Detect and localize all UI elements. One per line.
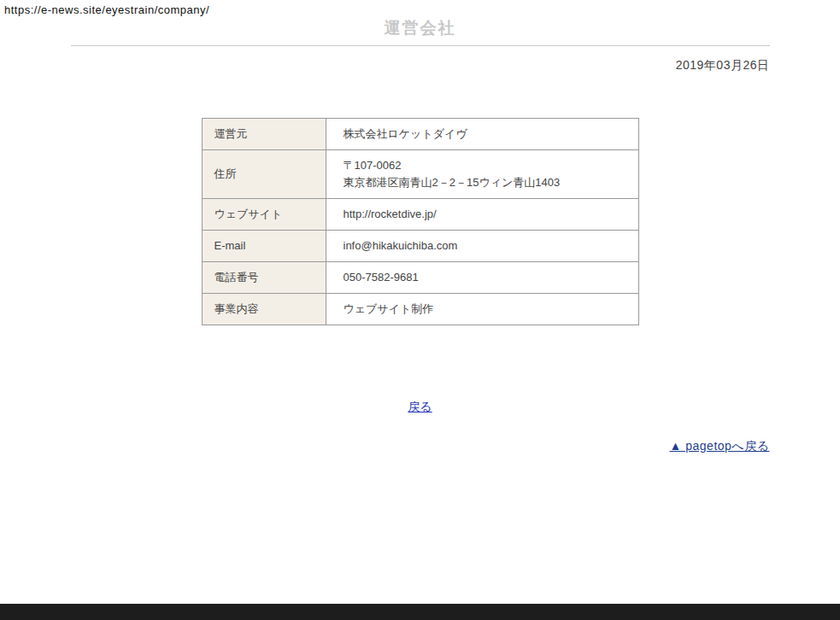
table-row-phone: 電話番号 050-7582-9681: [202, 262, 638, 294]
title-divider: [71, 45, 770, 46]
table-row-operator: 運営元 株式会社ロケットダイヴ: [202, 119, 638, 150]
page-url-label: https://e-news.site/eyestrain/company/: [4, 3, 209, 16]
table-row-address: 住所 〒107-0062 東京都港区南青山2－2－15ウィン青山1403: [202, 150, 638, 199]
row-value-business: ウェブサイト制作: [326, 294, 638, 325]
row-value-website: http://rocketdive.jp/: [326, 199, 638, 231]
company-info-table: 運営元 株式会社ロケットダイヴ 住所 〒107-0062 東京都港区南青山2－2…: [202, 118, 639, 325]
page-title: 運営会社: [71, 18, 770, 38]
row-value-operator: 株式会社ロケットダイヴ: [326, 119, 638, 150]
row-label-address: 住所: [202, 150, 326, 199]
pagetop-link[interactable]: ▲ pagetopへ戻る: [669, 439, 769, 453]
table-row-website: ウェブサイト http://rocketdive.jp/: [202, 199, 638, 231]
row-label-operator: 運営元: [202, 119, 326, 150]
table-row-business: 事業内容 ウェブサイト制作: [202, 294, 638, 325]
table-row-email: E-mail info@hikakuichiba.com: [202, 231, 638, 262]
row-value-email: info@hikakuichiba.com: [326, 231, 638, 262]
row-label-business: 事業内容: [202, 294, 326, 325]
row-label-phone: 電話番号: [202, 262, 326, 294]
back-link[interactable]: 戻る: [408, 400, 432, 413]
main-content: 運営会社 2019年03月26日 運営元 株式会社ロケットダイヴ 住所 〒107…: [71, 0, 770, 454]
row-value-address: 〒107-0062 東京都港区南青山2－2－15ウィン青山1403: [326, 150, 638, 199]
back-link-container: 戻る: [71, 399, 770, 415]
date-label: 2019年03月26日: [71, 58, 770, 73]
row-label-website: ウェブサイト: [202, 199, 326, 231]
pagetop-link-container: ▲ pagetopへ戻る: [71, 438, 770, 454]
row-value-phone: 050-7582-9681: [326, 262, 638, 294]
row-label-email: E-mail: [202, 231, 326, 262]
footer-bar: [0, 604, 840, 620]
